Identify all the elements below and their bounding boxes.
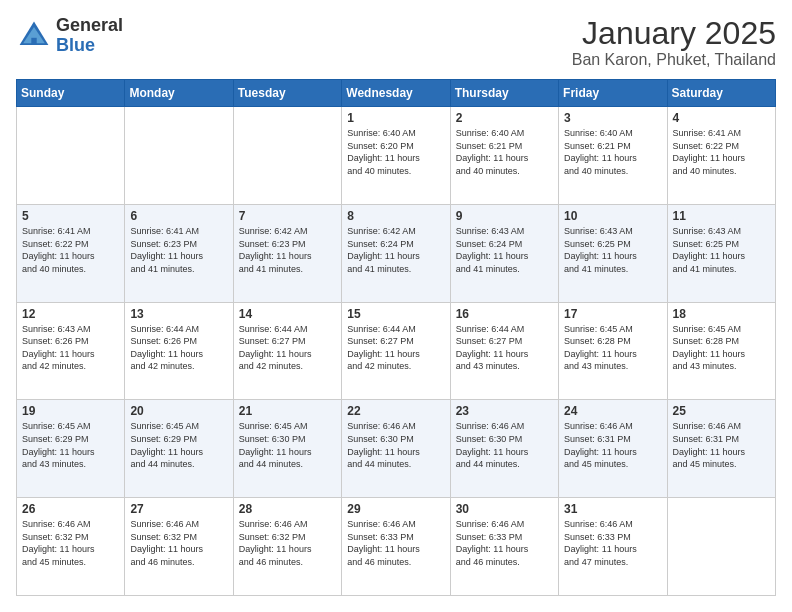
day-info: Sunrise: 6:40 AM Sunset: 6:21 PM Dayligh… [456, 127, 553, 177]
day-number: 10 [564, 209, 661, 223]
logo: General Blue [16, 16, 123, 56]
calendar-cell: 20Sunrise: 6:45 AM Sunset: 6:29 PM Dayli… [125, 400, 233, 498]
day-number: 17 [564, 307, 661, 321]
day-info: Sunrise: 6:43 AM Sunset: 6:25 PM Dayligh… [673, 225, 770, 275]
calendar-subtitle: Ban Karon, Phuket, Thailand [572, 51, 776, 69]
calendar-cell: 13Sunrise: 6:44 AM Sunset: 6:26 PM Dayli… [125, 302, 233, 400]
day-info: Sunrise: 6:45 AM Sunset: 6:29 PM Dayligh… [130, 420, 227, 470]
calendar-cell: 10Sunrise: 6:43 AM Sunset: 6:25 PM Dayli… [559, 204, 667, 302]
week-row-3: 12Sunrise: 6:43 AM Sunset: 6:26 PM Dayli… [17, 302, 776, 400]
day-number: 16 [456, 307, 553, 321]
day-header-sunday: Sunday [17, 80, 125, 107]
day-info: Sunrise: 6:42 AM Sunset: 6:24 PM Dayligh… [347, 225, 444, 275]
calendar-cell: 27Sunrise: 6:46 AM Sunset: 6:32 PM Dayli… [125, 498, 233, 596]
day-number: 28 [239, 502, 336, 516]
day-number: 23 [456, 404, 553, 418]
day-number: 13 [130, 307, 227, 321]
week-row-1: 1Sunrise: 6:40 AM Sunset: 6:20 PM Daylig… [17, 107, 776, 205]
day-info: Sunrise: 6:44 AM Sunset: 6:27 PM Dayligh… [347, 323, 444, 373]
calendar-cell: 8Sunrise: 6:42 AM Sunset: 6:24 PM Daylig… [342, 204, 450, 302]
calendar-title: January 2025 [572, 16, 776, 51]
day-info: Sunrise: 6:41 AM Sunset: 6:22 PM Dayligh… [673, 127, 770, 177]
calendar-cell [667, 498, 775, 596]
day-number: 2 [456, 111, 553, 125]
calendar-cell: 5Sunrise: 6:41 AM Sunset: 6:22 PM Daylig… [17, 204, 125, 302]
day-info: Sunrise: 6:40 AM Sunset: 6:21 PM Dayligh… [564, 127, 661, 177]
week-row-5: 26Sunrise: 6:46 AM Sunset: 6:32 PM Dayli… [17, 498, 776, 596]
day-info: Sunrise: 6:46 AM Sunset: 6:30 PM Dayligh… [456, 420, 553, 470]
day-info: Sunrise: 6:43 AM Sunset: 6:25 PM Dayligh… [564, 225, 661, 275]
calendar-cell: 6Sunrise: 6:41 AM Sunset: 6:23 PM Daylig… [125, 204, 233, 302]
svg-rect-2 [31, 38, 36, 45]
day-header-thursday: Thursday [450, 80, 558, 107]
day-header-monday: Monday [125, 80, 233, 107]
day-number: 19 [22, 404, 119, 418]
day-info: Sunrise: 6:43 AM Sunset: 6:26 PM Dayligh… [22, 323, 119, 373]
day-info: Sunrise: 6:45 AM Sunset: 6:28 PM Dayligh… [673, 323, 770, 373]
calendar-header-row: SundayMondayTuesdayWednesdayThursdayFrid… [17, 80, 776, 107]
calendar-cell: 22Sunrise: 6:46 AM Sunset: 6:30 PM Dayli… [342, 400, 450, 498]
page: General Blue January 2025 Ban Karon, Phu… [0, 0, 792, 612]
day-number: 24 [564, 404, 661, 418]
day-info: Sunrise: 6:44 AM Sunset: 6:27 PM Dayligh… [456, 323, 553, 373]
day-info: Sunrise: 6:45 AM Sunset: 6:28 PM Dayligh… [564, 323, 661, 373]
calendar-cell: 11Sunrise: 6:43 AM Sunset: 6:25 PM Dayli… [667, 204, 775, 302]
calendar-cell: 3Sunrise: 6:40 AM Sunset: 6:21 PM Daylig… [559, 107, 667, 205]
day-number: 12 [22, 307, 119, 321]
calendar-cell: 31Sunrise: 6:46 AM Sunset: 6:33 PM Dayli… [559, 498, 667, 596]
calendar-cell: 28Sunrise: 6:46 AM Sunset: 6:32 PM Dayli… [233, 498, 341, 596]
day-number: 27 [130, 502, 227, 516]
week-row-4: 19Sunrise: 6:45 AM Sunset: 6:29 PM Dayli… [17, 400, 776, 498]
day-number: 4 [673, 111, 770, 125]
day-info: Sunrise: 6:46 AM Sunset: 6:32 PM Dayligh… [239, 518, 336, 568]
calendar-cell: 4Sunrise: 6:41 AM Sunset: 6:22 PM Daylig… [667, 107, 775, 205]
calendar-cell: 29Sunrise: 6:46 AM Sunset: 6:33 PM Dayli… [342, 498, 450, 596]
day-info: Sunrise: 6:46 AM Sunset: 6:31 PM Dayligh… [673, 420, 770, 470]
day-number: 6 [130, 209, 227, 223]
day-info: Sunrise: 6:45 AM Sunset: 6:30 PM Dayligh… [239, 420, 336, 470]
day-info: Sunrise: 6:42 AM Sunset: 6:23 PM Dayligh… [239, 225, 336, 275]
title-block: January 2025 Ban Karon, Phuket, Thailand [572, 16, 776, 69]
day-info: Sunrise: 6:46 AM Sunset: 6:33 PM Dayligh… [456, 518, 553, 568]
day-number: 9 [456, 209, 553, 223]
day-number: 8 [347, 209, 444, 223]
day-number: 14 [239, 307, 336, 321]
logo-blue-text: Blue [56, 36, 123, 56]
logo-text: General Blue [56, 16, 123, 56]
day-number: 3 [564, 111, 661, 125]
day-number: 11 [673, 209, 770, 223]
logo-general-text: General [56, 16, 123, 36]
calendar-cell: 18Sunrise: 6:45 AM Sunset: 6:28 PM Dayli… [667, 302, 775, 400]
day-number: 31 [564, 502, 661, 516]
calendar-cell [125, 107, 233, 205]
week-row-2: 5Sunrise: 6:41 AM Sunset: 6:22 PM Daylig… [17, 204, 776, 302]
calendar-cell: 7Sunrise: 6:42 AM Sunset: 6:23 PM Daylig… [233, 204, 341, 302]
calendar-cell: 19Sunrise: 6:45 AM Sunset: 6:29 PM Dayli… [17, 400, 125, 498]
day-number: 18 [673, 307, 770, 321]
calendar-cell: 24Sunrise: 6:46 AM Sunset: 6:31 PM Dayli… [559, 400, 667, 498]
day-header-wednesday: Wednesday [342, 80, 450, 107]
day-number: 29 [347, 502, 444, 516]
day-info: Sunrise: 6:46 AM Sunset: 6:32 PM Dayligh… [130, 518, 227, 568]
calendar-table: SundayMondayTuesdayWednesdayThursdayFrid… [16, 79, 776, 596]
day-info: Sunrise: 6:41 AM Sunset: 6:22 PM Dayligh… [22, 225, 119, 275]
day-info: Sunrise: 6:44 AM Sunset: 6:27 PM Dayligh… [239, 323, 336, 373]
day-info: Sunrise: 6:46 AM Sunset: 6:32 PM Dayligh… [22, 518, 119, 568]
day-header-saturday: Saturday [667, 80, 775, 107]
day-info: Sunrise: 6:40 AM Sunset: 6:20 PM Dayligh… [347, 127, 444, 177]
logo-icon [16, 18, 52, 54]
day-info: Sunrise: 6:46 AM Sunset: 6:30 PM Dayligh… [347, 420, 444, 470]
calendar-cell: 26Sunrise: 6:46 AM Sunset: 6:32 PM Dayli… [17, 498, 125, 596]
day-header-tuesday: Tuesday [233, 80, 341, 107]
calendar-cell: 17Sunrise: 6:45 AM Sunset: 6:28 PM Dayli… [559, 302, 667, 400]
day-number: 7 [239, 209, 336, 223]
calendar-cell: 30Sunrise: 6:46 AM Sunset: 6:33 PM Dayli… [450, 498, 558, 596]
day-number: 21 [239, 404, 336, 418]
day-info: Sunrise: 6:46 AM Sunset: 6:31 PM Dayligh… [564, 420, 661, 470]
day-number: 20 [130, 404, 227, 418]
calendar-cell: 21Sunrise: 6:45 AM Sunset: 6:30 PM Dayli… [233, 400, 341, 498]
calendar-cell: 15Sunrise: 6:44 AM Sunset: 6:27 PM Dayli… [342, 302, 450, 400]
calendar-cell: 16Sunrise: 6:44 AM Sunset: 6:27 PM Dayli… [450, 302, 558, 400]
calendar-cell [17, 107, 125, 205]
day-number: 22 [347, 404, 444, 418]
